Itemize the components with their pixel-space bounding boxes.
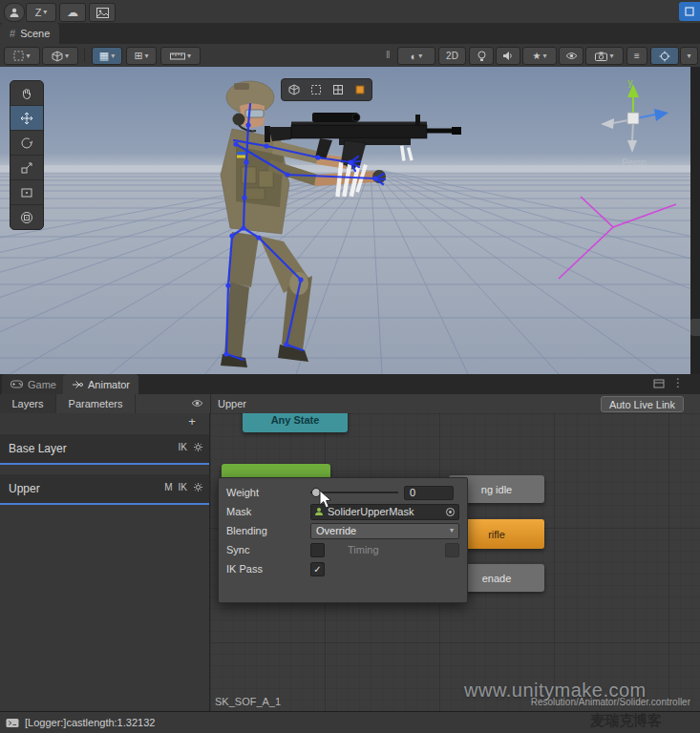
tab-scene[interactable]: # Scene	[0, 23, 59, 44]
lightbulb-icon	[477, 51, 487, 62]
selection-name-label: SK_SOF_A_1	[215, 696, 281, 707]
object-picker-icon[interactable]	[445, 507, 456, 517]
blending-dropdown[interactable]: Override ▾	[310, 523, 459, 539]
rotate-tool[interactable]	[11, 131, 43, 156]
view-hand-tool[interactable]	[11, 81, 43, 106]
watermark-cn: 麦瑞克博客	[590, 712, 662, 730]
main-toolbar: Z ▾ ☁	[0, 0, 700, 24]
account-dropdown[interactable]: Z ▾	[26, 3, 56, 22]
sync-checkbox[interactable]	[310, 543, 325, 557]
gizmo-persp-label: Persp	[622, 157, 647, 168]
overlay-menu-button[interactable]: ≡	[626, 47, 647, 65]
capture-button[interactable]	[89, 3, 116, 22]
sync-row: Sync Timing	[219, 540, 467, 559]
scene-viewport[interactable]: y Persp	[0, 67, 690, 374]
chevron-down-icon: ▾	[450, 527, 454, 534]
layer-visibility-button[interactable]	[191, 399, 203, 408]
scene-lighting-toggle[interactable]	[469, 47, 494, 65]
top-right-highlight-button[interactable]	[679, 2, 700, 21]
ik-pass-row: IK Pass ✓	[219, 559, 467, 578]
draw-mode-dropdown[interactable]: ◐ ▾	[397, 47, 435, 65]
scale-icon	[20, 161, 33, 175]
scale-tool[interactable]	[11, 156, 43, 180]
cloud-services-button[interactable]: ☁	[59, 3, 86, 22]
tab-game[interactable]: Game	[2, 374, 65, 394]
tab-animator[interactable]: Animator	[63, 374, 138, 394]
layer-name: Base Layer	[9, 442, 67, 455]
pivot-center-button[interactable]	[284, 81, 304, 98]
dashed-rect-icon	[13, 51, 24, 61]
rect-select-button[interactable]	[306, 81, 326, 98]
hidden-objects-toggle[interactable]	[559, 47, 583, 65]
add-layer-button[interactable]: +	[182, 415, 202, 429]
layer-weight-bar[interactable]	[0, 463, 209, 465]
layer-weight-bar[interactable]	[0, 503, 209, 505]
account-button[interactable]	[4, 3, 25, 22]
parameters-tab-label: Parameters	[69, 398, 123, 409]
ruler-icon	[170, 52, 185, 60]
gizmos-toggle[interactable]	[650, 47, 679, 65]
chevron-down-icon: ▾	[687, 52, 690, 60]
state-label: ng idle	[481, 484, 512, 495]
person-icon	[9, 7, 20, 18]
scene-tab-strip: # Scene	[0, 23, 700, 44]
layer-item-base[interactable]: Base Layer IK	[0, 434, 209, 463]
gamepad-icon	[11, 380, 23, 388]
scene-audio-toggle[interactable]	[496, 47, 520, 65]
chevron-down-icon: ▾	[26, 52, 30, 60]
move-tool[interactable]	[11, 106, 43, 131]
timing-label: Timing	[348, 544, 379, 555]
pivot-mode-dropdown[interactable]: ▾	[42, 47, 78, 65]
dock-layout-button[interactable]	[653, 378, 665, 389]
auto-live-link-label: Auto Live Link	[609, 399, 675, 410]
rect-tool[interactable]	[11, 180, 43, 205]
animator-graph[interactable]: Any State ng idle rifle enade Weight 0	[210, 413, 700, 711]
plus-icon: +	[188, 414, 196, 429]
mouse-cursor	[319, 490, 332, 510]
mask-row: Mask SoliderUpperMask	[219, 502, 467, 521]
state-any-state[interactable]: Any State	[243, 413, 348, 432]
mask-object-field[interactable]: SoliderUpperMask	[310, 504, 459, 520]
2d-mode-toggle[interactable]: 2D	[438, 47, 466, 65]
ik-pass-checkbox[interactable]: ✓	[310, 562, 325, 576]
rotate-icon	[20, 136, 33, 150]
scene-tab-label: Scene	[20, 28, 50, 39]
grid-visibility-toggle[interactable]: ▦ ▾	[92, 47, 122, 65]
unity-editor-window: Z ▾ ☁ # Scene ▾ ▾ ▦ ▾	[0, 0, 700, 733]
ik-badge: IK	[179, 442, 187, 452]
effects-dropdown[interactable]: ★ ▾	[522, 47, 557, 65]
camera-settings-dropdown[interactable]: ▾	[585, 47, 624, 65]
weight-value: 0	[410, 487, 415, 498]
animator-tab-label: Animator	[88, 379, 130, 390]
transform-tool[interactable]	[11, 205, 43, 229]
tab-layers[interactable]: Layers	[0, 394, 56, 413]
dock-menu-button[interactable]: ⋮	[672, 376, 684, 389]
drag-handle-icon: ‖	[386, 49, 391, 60]
gizmos-dropdown[interactable]: ▾	[680, 47, 698, 65]
2d-label: 2D	[446, 51, 458, 61]
local-global-button[interactable]	[350, 81, 370, 98]
image-icon	[96, 8, 109, 18]
gear-icon[interactable]	[193, 442, 203, 452]
grid-snap-button[interactable]	[328, 81, 348, 98]
blending-label: Blending	[226, 525, 310, 536]
viewport-overlay-toolbar	[281, 78, 372, 101]
watermark-site: www.unitymake.com	[464, 680, 647, 702]
weight-value-field[interactable]: 0	[404, 486, 454, 500]
transform-icon	[20, 211, 33, 224]
console-message[interactable]: [Logger:]castlength:1.32132	[25, 717, 155, 728]
layer-item-upper[interactable]: Upper M IK	[0, 474, 209, 503]
breadcrumb[interactable]: Upper	[218, 398, 246, 409]
gear-icon[interactable]	[193, 482, 203, 492]
timing-checkbox[interactable]	[445, 543, 459, 557]
snap-settings-dropdown[interactable]: ⊞ ▾	[126, 47, 157, 65]
tab-parameters[interactable]: Parameters	[56, 394, 136, 413]
auto-live-link-button[interactable]: Auto Live Link	[601, 396, 684, 412]
wire-cube-icon	[288, 84, 300, 95]
measure-tool-dropdown[interactable]: ▾	[160, 47, 201, 65]
selection-mode-dropdown[interactable]: ▾	[4, 47, 40, 65]
chevron-down-icon: ▾	[43, 9, 47, 16]
panel-expand-handle[interactable]	[690, 319, 700, 336]
shaded-sphere-icon: ◐	[411, 51, 417, 62]
eye-icon	[565, 52, 578, 60]
